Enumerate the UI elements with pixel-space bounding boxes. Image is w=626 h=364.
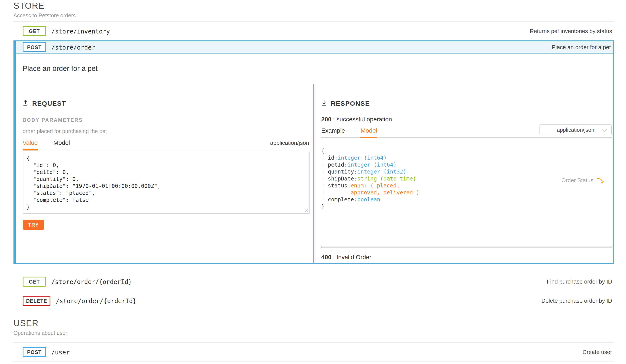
response-panel: RESPONSE 200 : successful operation Exam… <box>314 84 613 263</box>
op-path: /store/order/{orderId} <box>51 278 132 285</box>
response-200-status: 200 : successful operation <box>321 116 612 123</box>
store-section-title: STORE <box>13 0 614 11</box>
tab-response-example[interactable]: Example <box>321 124 345 137</box>
op-row-post-user[interactable]: POST /user Create user <box>13 342 614 361</box>
response-heading: RESPONSE <box>321 100 612 107</box>
tab-response-model[interactable]: Model <box>361 124 377 137</box>
response-400-code: 400 <box>321 253 331 260</box>
request-response-columns: REQUEST BODY PARAMETERS order placed for… <box>16 84 613 263</box>
method-badge-post: POST <box>23 42 46 52</box>
tab-request-value[interactable]: Value <box>23 137 38 150</box>
response-200-sep: : <box>331 116 336 123</box>
body-parameters-label: BODY PARAMETERS <box>23 118 309 123</box>
op-row-post-user-create-with-array[interactable]: POST /user/createWithArray Creates list … <box>13 361 614 364</box>
method-badge-delete: DELETE <box>23 296 51 306</box>
indent-guide <box>323 155 323 203</box>
op-path: /store/order <box>51 44 95 51</box>
request-tabs: Value Model application/json <box>23 137 309 150</box>
user-section-title: USER <box>13 318 614 328</box>
tab-request-model[interactable]: Model <box>53 137 70 150</box>
request-body-editor: { "id": 0, "petId": 0, "quantity": 0, "s… <box>23 152 310 213</box>
response-divider <box>321 246 612 247</box>
chevron-down-icon <box>602 129 607 132</box>
user-section-header: USER Operations about user <box>13 318 614 336</box>
response-tabs: Example Model application/json <box>321 124 612 138</box>
op-description: Find purchase order by ID <box>547 278 612 285</box>
op-row-delete-store-order-id[interactable]: DELETE /store/order/{orderId} Delete pur… <box>13 291 614 310</box>
op-path: /store/inventory <box>51 28 110 35</box>
curved-arrow-icon <box>596 177 605 186</box>
response-200-code: 200 <box>321 116 331 123</box>
response-400-sep: : <box>331 253 336 260</box>
op-row-get-store-inventory[interactable]: GET /store/inventory Returns pet invento… <box>13 21 614 40</box>
user-section-subtitle: Operations about user <box>13 330 614 336</box>
code-line: { <box>321 147 612 154</box>
expanded-op-header[interactable]: POST /store/order Place an order for a p… <box>16 41 613 54</box>
response-400-status: 400 : Invalid Order <box>321 253 612 260</box>
upload-icon <box>23 100 28 107</box>
body-parameter-description: order placed for purchasing the pet <box>23 128 309 134</box>
order-status-label: Order Status <box>561 177 593 184</box>
order-status-annotation: Order Status <box>561 177 605 186</box>
op-description: Create user <box>583 349 612 355</box>
response-400-desc: Invalid Order <box>336 253 371 260</box>
download-icon <box>321 100 327 107</box>
request-body-textarea[interactable]: { "id": 0, "petId": 0, "quantity": 0, "s… <box>23 152 310 213</box>
store-section-subtitle: Access to Petstore orders <box>13 13 614 19</box>
response-heading-label: RESPONSE <box>331 100 370 107</box>
expanded-op-post-store-order: POST /store/order Place an order for a p… <box>13 40 614 264</box>
op-path: /store/order/{orderId} <box>56 297 137 304</box>
store-section-header: STORE Access to Petstore orders <box>13 0 614 19</box>
code-line: } <box>321 203 612 210</box>
op-description: Place an order for a pet <box>552 44 611 50</box>
response-content-type-value: application/json <box>557 127 594 133</box>
store-operations-bottom: GET /store/order/{orderId} Find purchase… <box>13 272 614 310</box>
user-operations: POST /user Create user POST /user/create… <box>13 342 614 364</box>
method-badge-post: POST <box>23 347 46 357</box>
request-heading: REQUEST <box>23 100 309 107</box>
resize-grip-icon[interactable] <box>304 208 308 212</box>
code-line: approved, delivered ) <box>321 189 612 196</box>
op-path: /user <box>51 349 70 356</box>
code-line: quantity:integer (int32) <box>321 168 612 175</box>
response-200-desc: successful operation <box>336 116 392 123</box>
try-button[interactable]: TRY <box>23 220 44 230</box>
store-operations-top: GET /store/inventory Returns pet invento… <box>13 21 614 40</box>
code-line: id:integer (int64) <box>321 154 612 161</box>
op-description: Returns pet inventories by status <box>530 28 612 34</box>
request-panel: REQUEST BODY PARAMETERS order placed for… <box>16 84 314 263</box>
method-badge-get: GET <box>23 26 46 36</box>
code-line: complete:boolean <box>321 196 612 203</box>
response-content-type-select[interactable]: application/json <box>540 124 612 135</box>
method-badge-get: GET <box>23 277 46 286</box>
op-description: Delete purchase order by ID <box>542 297 612 304</box>
api-docs-page: STORE Access to Petstore orders GET /sto… <box>0 0 626 364</box>
op-title: Place an order for a pet <box>16 54 613 73</box>
request-heading-label: REQUEST <box>32 100 66 107</box>
request-content-type: application/json <box>270 140 309 150</box>
op-row-get-store-order-id[interactable]: GET /store/order/{orderId} Find purchase… <box>13 272 614 291</box>
code-line: petId:integer (int64) <box>321 161 612 168</box>
